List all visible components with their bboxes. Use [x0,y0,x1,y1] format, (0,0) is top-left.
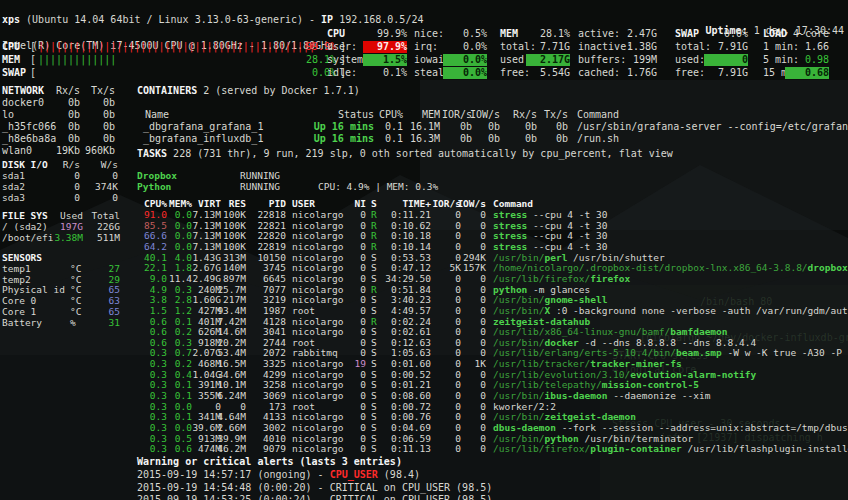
col-header: IOR/s [442,109,472,121]
command: /usr/lib/firefox/plugin-container /usr/l… [493,444,848,455]
stat-label: 5 min: [763,54,799,66]
col-header: IOW/s [470,109,500,121]
write-value: 0 [112,193,118,204]
stat-value: 0.68 [785,67,829,79]
tasks-label: TASKS [137,148,167,160]
cpu-value: 0.1 [385,121,403,133]
bar-fill: ||||||||||||||||||||||||||||||||||||||||… [38,41,315,53]
stat-label: total: [675,41,711,53]
container-name: _bgrafana_influxdb_1 [143,133,263,145]
stat-value: 1.38G [627,41,657,53]
stat-value: 1.76G [627,67,657,79]
system-title: xps (Ubuntu 14.04 64bit / Linux 3.13.0-6… [2,14,423,26]
disk-name: sda3 [2,193,25,204]
nice: 0 [360,444,366,455]
stat-value: 199M [633,54,657,66]
stat-label: total: [500,41,536,53]
alert-text: 2015-09-19 14:57:17 (ongoing) - CPU_USER… [137,469,420,481]
stat-label: buffers: [578,54,626,66]
containers-subtitle: 2 (served by Docker 1.7.1) [197,85,360,97]
stat-label: user: [327,41,357,53]
state: S [371,444,377,455]
stat-value: 0 [704,54,748,66]
stat-value: 0.1% [383,67,407,79]
containers-label: CONTAINERS [137,85,197,97]
mem-value: 16.3M [410,133,440,145]
stat-value: 28.1% [540,28,570,40]
mem-value: 16.1M [410,121,440,133]
cpu-bar-label: CPU [2,41,20,53]
read-value: 0 [74,193,80,204]
rx-value: 0b [525,121,537,133]
bar-bracket: [ [30,67,36,79]
iow-value: 0b [488,121,500,133]
col-header: MEM [422,109,440,121]
stat-value: 7.91G [718,67,748,79]
pid: 9079 [263,444,286,455]
network-title: NETWORK [2,85,44,97]
tasks-text: 228 (731 thr), 9 run, 219 slp, 0 oth sor… [167,148,673,160]
stat-value: 0.0% [443,67,487,79]
total-value: 511M [97,233,120,244]
sensor-unit: % [70,318,76,329]
stat-label: CPU [327,28,345,40]
stat-value: 2.17G [526,54,570,66]
rx-value: 0b [68,109,80,121]
user: nicolargo [292,444,343,455]
stat-value: 5.54G [540,67,570,79]
container-command: /run.sh [577,133,619,145]
rx-value: 0b [68,121,80,133]
container-name: _dbgrafana_grafana_1 [143,121,263,133]
mem-percent: 0.6 [175,444,192,455]
stat-value: 97.9% [363,41,407,53]
stat-value: 7.91G [718,41,748,53]
tx-value: 0b [556,133,568,145]
amp-name: Python [137,182,171,193]
alerts-title-text: Warning or critical alerts (lasts 3 entr… [137,456,402,468]
bar-bracket: [ [30,54,36,66]
col-rx: Rx/s [56,85,80,97]
rx-value: 0b [68,133,80,145]
stat-label: MEM [500,28,518,40]
stat-value: 0.5% [463,28,487,40]
stat-value: 0.0% [463,41,487,53]
stat-value: 1.66 [805,41,829,53]
col-header: Command [577,109,619,121]
stat-value: 1.5% [363,54,407,66]
hostname: xps [2,14,20,25]
tx-value: 960Kb [85,145,115,157]
stat-label: LOAD [763,28,787,40]
tx-value: 0b [103,97,115,109]
stat-value: 7.71G [540,41,570,53]
stat-label: free: [675,67,705,79]
col-tx: Tx/s [91,85,115,97]
status-badge: Up 16 mins [314,121,374,133]
ior-value: 0b [460,121,472,133]
stat-label: inactive: [578,41,632,53]
stat-value: 0.0% [724,28,748,40]
rx-value: 19Kb [56,145,80,157]
stat-label: nice: [414,28,444,40]
io-write: 0 [480,444,486,455]
interface-name: _h8e6ba8a [2,133,56,145]
interface-name: _h35fc066 [2,121,56,133]
stat-value: 2.47G [627,28,657,40]
status-badge: Up 16 mins [314,133,374,145]
cpu-time: 0:11.13 [391,444,431,455]
stat-value: 0.98 [805,54,829,66]
container-command: /usr/sbin/grafana-server --config=/etc/g… [577,121,848,133]
tx-value: 0b [103,133,115,145]
stat-value: 4-core [793,28,829,40]
interface-name: lo [2,109,14,121]
col-header: CPU% [379,109,403,121]
swap-bar-label: SWAP [2,67,26,79]
ior-value: 0b [460,133,472,145]
terminal-window[interactable]: /bin/bash 80[nicolargo ~/dev/docker-infl… [0,0,848,500]
used-value: 3.38M [54,233,83,244]
col-header: Name [145,109,169,121]
amp-info: CPU: 4.9% | MEM: 0.3% [318,182,438,193]
amp-status: RUNNING [240,182,280,193]
stat-label: free: [500,67,530,79]
stat-label: cached: [578,67,620,79]
stat-label: 1 min: [763,41,799,53]
